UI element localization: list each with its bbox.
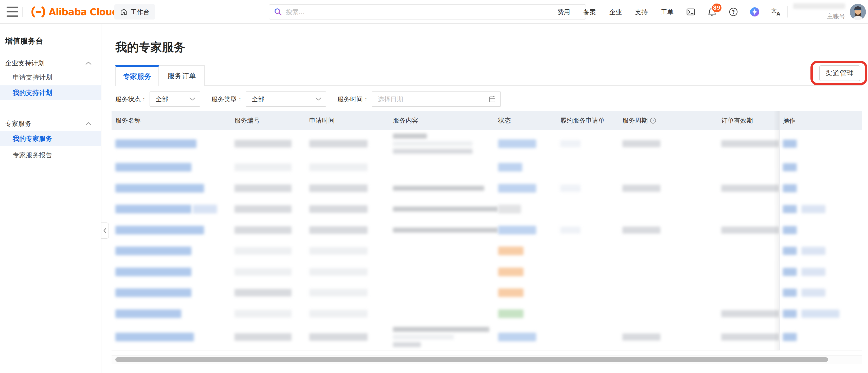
topbar-menu-item[interactable]: 费用 (557, 8, 570, 16)
avatar[interactable] (850, 4, 866, 20)
service-name-link[interactable] (115, 333, 194, 341)
sidebar-item[interactable]: 我的专家服务 (0, 131, 101, 146)
fulfill-ticket-redacted (560, 226, 581, 234)
action-link[interactable] (783, 333, 797, 341)
action-link-secondary[interactable] (801, 310, 839, 318)
action-link[interactable] (783, 205, 797, 213)
apply-time-redacted (309, 289, 368, 297)
order-validity-redacted (721, 185, 779, 192)
cell-status (494, 309, 556, 318)
service-name-link[interactable] (115, 163, 191, 172)
service-code-redacted (235, 247, 291, 255)
cell-service-name (112, 333, 231, 341)
cell-service-name (112, 205, 231, 213)
svg-text:?: ? (652, 119, 654, 123)
cell-order-validity (717, 185, 779, 192)
horizontal-scrollbar-track[interactable] (112, 355, 862, 364)
assistant-icon[interactable] (750, 7, 760, 17)
action-link[interactable] (783, 163, 797, 171)
apply-time-redacted (309, 226, 368, 234)
service-period-redacted (622, 140, 660, 147)
services-table: 服务名称服务编号申请时间服务内容状态履约服务申请单服务周期?订单有效期操作 (112, 111, 862, 350)
service-date-picker[interactable]: 选择日期 (372, 91, 501, 107)
home-icon (120, 8, 127, 16)
service-name-link[interactable] (115, 268, 191, 276)
svg-text:A: A (776, 11, 780, 17)
action-link-secondary[interactable] (801, 289, 826, 297)
action-link[interactable] (783, 184, 797, 192)
cell-service-code (231, 140, 306, 148)
cell-apply-time (306, 226, 389, 234)
service-name-link[interactable] (115, 184, 204, 193)
cell-service-content (389, 205, 494, 213)
topbar-right: 费用备案企业支持工单 89 ? (557, 0, 866, 24)
sidebar-item[interactable]: 专家服务报告 (0, 150, 101, 161)
action-link-secondary[interactable] (801, 247, 826, 255)
service-type-select[interactable]: 全部 (246, 91, 326, 107)
service-content-line (393, 342, 421, 347)
action-link[interactable] (783, 247, 797, 255)
action-link[interactable] (783, 289, 797, 297)
cloudshell-icon[interactable] (686, 7, 696, 17)
cell-order-validity (717, 226, 779, 234)
service-name-link[interactable] (115, 309, 181, 318)
bell-icon[interactable]: 89 (707, 7, 717, 17)
hamburger-menu-icon[interactable] (7, 7, 18, 17)
account-type-label: 主账号 (827, 12, 845, 21)
service-content-line (393, 149, 472, 154)
chevron-down-icon (189, 97, 196, 101)
service-name-link[interactable] (115, 139, 196, 148)
column-header: 订单有效期 (717, 116, 779, 125)
tab-inactive[interactable]: 服务订单 (159, 65, 205, 86)
translate-icon[interactable]: 文 A (771, 7, 781, 17)
alibaba-cloud-logo[interactable]: Alibaba Cloud (30, 0, 118, 24)
sidebar-section-0[interactable]: 企业支持计划 (0, 58, 101, 68)
topbar-menu-item[interactable]: 企业 (609, 8, 622, 16)
topbar-menu-item[interactable]: 工单 (661, 8, 674, 16)
cell-apply-time (306, 184, 389, 192)
filter-label: 服务类型： (211, 95, 243, 103)
sidebar-collapse-handle[interactable] (101, 222, 109, 239)
table-row (112, 178, 862, 199)
help-icon[interactable]: ? (728, 7, 739, 17)
account-info[interactable]: 主账号 (793, 3, 845, 21)
action-link[interactable] (783, 139, 797, 148)
global-search[interactable] (269, 4, 586, 20)
apply-time-redacted (309, 140, 368, 148)
order-validity-redacted (721, 140, 779, 147)
action-link-secondary[interactable] (801, 268, 826, 276)
apply-time-redacted (309, 310, 368, 317)
cell-status (494, 226, 556, 235)
service-name-link[interactable] (115, 205, 191, 213)
tab-active[interactable]: 专家服务 (115, 65, 159, 86)
cell-order-validity (717, 140, 779, 147)
sidebar-item-label: 我的专家服务 (13, 134, 52, 143)
topbar-menu-item[interactable]: 备案 (583, 8, 596, 16)
main-content: 我的专家服务 渠道管理 专家服务服务订单 服务状态：全部服务类型：全部服务时间：… (102, 24, 868, 373)
service-name-link[interactable] (115, 288, 191, 297)
sidebar-section-1[interactable]: 专家服务 (0, 119, 101, 129)
cell-fulfill-ticket (556, 185, 619, 192)
table-row (112, 303, 862, 324)
action-link[interactable] (783, 310, 797, 318)
workbench-button[interactable]: 工作台 (114, 4, 155, 20)
apply-time-redacted (309, 205, 368, 213)
action-link-secondary[interactable] (801, 205, 826, 213)
sidebar-item[interactable]: 申请支持计划 (0, 72, 101, 83)
service-name-link[interactable] (115, 247, 191, 255)
cell-service-period (619, 140, 717, 147)
action-link[interactable] (783, 268, 797, 276)
column-header: 履约服务申请单 (556, 116, 619, 125)
service-status-select[interactable]: 全部 (150, 91, 200, 107)
column-header: 状态 (494, 116, 556, 125)
search-input[interactable] (286, 8, 581, 16)
channel-management-button[interactable]: 渠道管理 (819, 65, 860, 81)
horizontal-scrollbar-thumb[interactable] (115, 357, 828, 362)
status-badge (498, 139, 536, 148)
sidebar-item[interactable]: 我的支持计划 (0, 85, 101, 100)
topbar-menu-item[interactable]: 支持 (635, 8, 648, 16)
service-name-link[interactable] (115, 226, 204, 235)
action-link[interactable] (783, 226, 797, 234)
cell-apply-time (306, 247, 389, 255)
service-code-redacted (235, 205, 291, 213)
